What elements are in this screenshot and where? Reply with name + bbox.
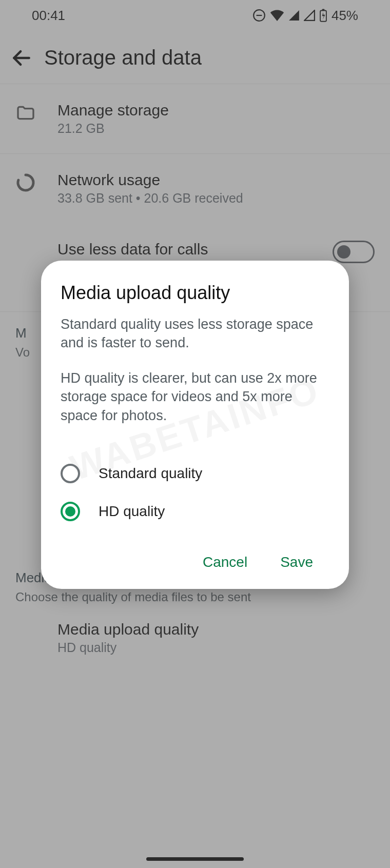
nav-handle[interactable] (146, 857, 244, 861)
radio-option-standard[interactable]: Standard quality (61, 455, 329, 492)
media-upload-quality-dialog: WABETAINFO Media upload quality Standard… (41, 261, 349, 589)
radio-option-hd[interactable]: HD quality (61, 492, 329, 530)
cancel-button[interactable]: Cancel (201, 551, 249, 574)
dialog-body-1: Standard quality uses less storage space… (61, 315, 329, 352)
dialog-body: Standard quality uses less storage space… (61, 315, 329, 425)
radio-label: HD quality (99, 503, 165, 520)
save-button[interactable]: Save (278, 551, 315, 574)
radio-icon (61, 502, 80, 521)
radio-icon (61, 464, 80, 483)
radio-label: Standard quality (99, 465, 202, 482)
dialog-body-2: HD quality is clearer, but can use 2x mo… (61, 369, 329, 425)
radio-group: Standard quality HD quality (61, 455, 329, 530)
dialog-actions: Cancel Save (61, 551, 329, 574)
dialog-title: Media upload quality (61, 282, 329, 304)
